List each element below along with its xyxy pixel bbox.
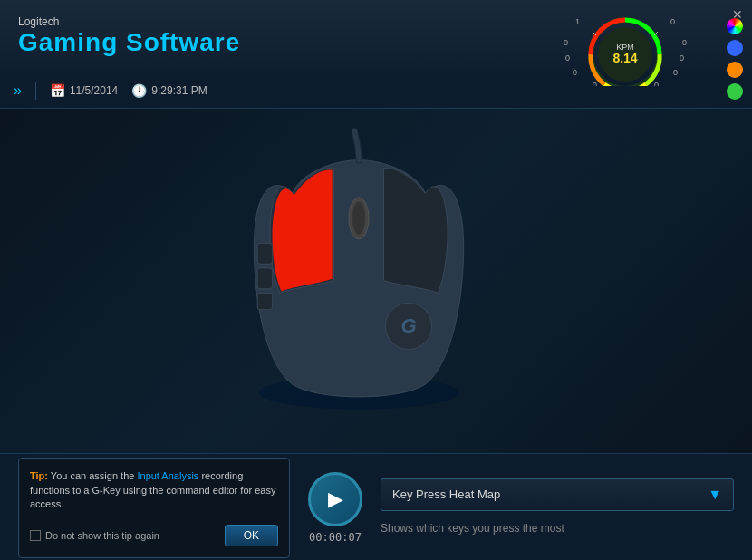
svg-text:0: 0 [564,38,568,47]
tip-ok-button[interactable]: OK [225,525,278,546]
time-item: 🕐 9:29:31 PM [131,83,207,98]
svg-rect-22 [257,268,273,289]
color-icon-blue[interactable] [727,40,743,56]
play-button[interactable]: ▶ [308,472,362,526]
svg-text:0: 0 [670,17,675,26]
title-bar: Logitech Gaming Software ✕ KPM 8.14 1 0 … [0,0,752,72]
kpm-gauge-svg: KPM 8.14 1 0 0 0 0 0 0 0 0 0 [553,5,698,86]
svg-text:8.14: 8.14 [612,51,637,65]
mouse-illustration: G [187,127,531,426]
svg-text:G: G [400,314,416,337]
color-icon-green[interactable] [727,83,743,100]
play-icon: ▶ [328,488,343,511]
time-label: 9:29:31 PM [151,84,207,97]
mouse-svg: G [187,127,531,426]
svg-text:0: 0 [680,53,684,63]
tip-text: You can assign the [51,470,138,481]
svg-rect-23 [257,293,273,309]
tip-content: Tip: You can assign the Input Analysis r… [30,469,278,511]
heatmap-description: Shows which keys you press the most [381,518,734,538]
svg-text:0: 0 [593,81,597,86]
nav-arrows[interactable]: » [14,82,22,99]
color-icon-multicolor[interactable] [727,18,743,34]
svg-point-18 [352,202,366,236]
svg-text:0: 0 [673,68,678,77]
date-label: 11/5/2014 [70,84,118,97]
dropdown-arrow-icon: ▼ [708,487,722,503]
svg-text:0: 0 [565,53,570,63]
svg-text:1: 1 [575,17,580,26]
main-content: G [0,109,752,453]
tip-link[interactable]: Input Analysis [137,470,198,481]
calendar-icon: 📅 [50,83,65,98]
kpm-gauge-area: KPM 8.14 1 0 0 0 0 0 0 0 0 0 [553,5,698,90]
tip-footer: Do not show this tip again OK [30,517,278,546]
tip-box: Tip: You can assign the Input Analysis r… [18,458,290,557]
tip-checkbox-row: Do not show this tip again [30,530,159,541]
forward-arrow[interactable]: » [14,82,22,99]
heatmap-dropdown[interactable]: Key Press Heat Map ▼ [381,478,734,511]
svg-text:0: 0 [573,68,577,77]
brand-label: Logitech [18,15,240,28]
tip-checkbox-label: Do not show this tip again [45,530,159,541]
color-icons-panel [727,18,743,100]
dropdown-label: Key Press Heat Map [392,488,500,501]
app-title: Gaming Software [18,28,240,57]
svg-text:0: 0 [682,38,687,47]
tip-title: Tip: [30,470,48,481]
date-item: 📅 11/5/2014 [50,83,118,98]
right-panel: Key Press Heat Map ▼ Shows which keys yo… [381,478,734,538]
play-timer: 00:00:07 [309,531,362,544]
clock-icon: 🕐 [131,83,147,98]
bottom-controls: Tip: You can assign the Input Analysis r… [0,453,752,560]
play-button-area: ▶ 00:00:07 [308,472,362,544]
color-icon-orange[interactable] [727,62,743,78]
tip-checkbox[interactable] [30,530,41,541]
logo-area: Logitech Gaming Software [18,15,240,57]
svg-text:0: 0 [654,81,659,86]
toolbar-sep-1 [35,82,36,100]
svg-rect-21 [257,243,273,264]
